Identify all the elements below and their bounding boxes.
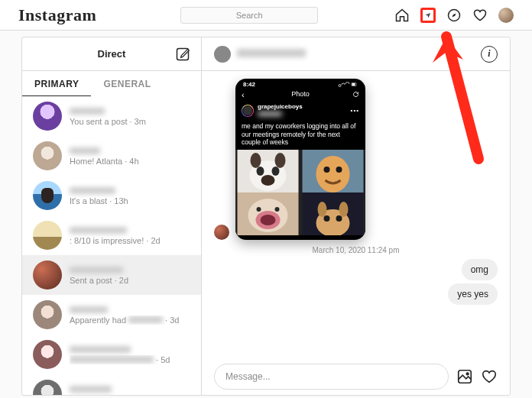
- thread-preview: : 8/10 is impressive!: [70, 236, 144, 245]
- svg-point-19: [257, 207, 261, 212]
- svg-point-10: [275, 153, 286, 168]
- thread-list: You sent a post · 3m Home! Atlanta · 4h …: [22, 96, 201, 395]
- thread-avatar: [33, 181, 62, 210]
- direct-title: Direct: [98, 48, 126, 60]
- thread-avatar: [33, 380, 62, 395]
- svg-point-8: [261, 175, 275, 186]
- message-composer: [202, 358, 510, 395]
- svg-point-6: [257, 167, 264, 176]
- svg-rect-3: [352, 83, 355, 86]
- info-icon[interactable]: i: [481, 46, 498, 63]
- thread-avatar: [33, 221, 62, 250]
- svg-point-18: [261, 215, 276, 225]
- svg-point-7: [272, 167, 280, 176]
- incoming-message: 8:42 ‹ Photo: [214, 79, 498, 240]
- thread-avatar: [33, 300, 62, 329]
- thread-item[interactable]: It's a blast · 13h: [22, 176, 201, 215]
- thread-item[interactable]: You sent a post · 3m: [22, 96, 201, 136]
- compose-icon[interactable]: [175, 47, 190, 62]
- svg-point-13: [324, 167, 330, 173]
- top-nav: Instagram: [0, 0, 532, 31]
- shared-post-card[interactable]: 8:42 ‹ Photo: [235, 79, 365, 240]
- svg-point-9: [251, 153, 261, 168]
- phone-screen-title: ‹ Photo: [235, 89, 365, 100]
- profile-avatar[interactable]: [498, 8, 514, 23]
- conversation-avatar[interactable]: [214, 46, 231, 63]
- thread-preview: You sent a post: [70, 117, 127, 126]
- svg-point-14: [336, 167, 342, 173]
- outgoing-message-row: omg: [214, 259, 498, 280]
- thread-avatar: [33, 141, 62, 170]
- message-input[interactable]: [214, 364, 449, 390]
- thread-time: 2d: [119, 276, 128, 285]
- tab-general[interactable]: GENERAL: [91, 71, 163, 96]
- conversation-header: i: [202, 37, 510, 71]
- dm-icon[interactable]: [420, 8, 436, 23]
- post-image-grid: [235, 150, 365, 240]
- post-caption: me and my coworkers logging into all of …: [235, 121, 365, 150]
- svg-point-28: [466, 373, 469, 375]
- thread-preview: Home! Atlanta: [70, 157, 122, 166]
- post-username: grapejuiceboys: [258, 103, 303, 110]
- post-subname: [258, 111, 303, 118]
- thread-pane: Direct PRIMARY GENERAL You sent a post ·…: [22, 37, 202, 395]
- heart-icon[interactable]: [472, 8, 488, 23]
- conversation-name[interactable]: [237, 48, 306, 60]
- thread-preview: It's a blast: [70, 196, 107, 205]
- svg-point-12: [316, 156, 350, 193]
- svg-point-20: [275, 207, 280, 212]
- image-icon[interactable]: [456, 368, 473, 385]
- thread-item[interactable]: : 8/10 is impressive! · 2d: [22, 215, 201, 255]
- thread-avatar: [33, 260, 62, 290]
- post-author-row: grapejuiceboys •••: [235, 100, 365, 121]
- thread-avatar: [33, 340, 62, 369]
- search-input[interactable]: [180, 7, 318, 24]
- thread-preview: Sent a post: [70, 276, 112, 285]
- like-heart-icon[interactable]: [481, 368, 498, 385]
- svg-point-23: [324, 215, 330, 222]
- status-icons: [338, 82, 358, 88]
- thread-time: 2d: [151, 236, 160, 245]
- more-dots-icon: •••: [351, 107, 359, 114]
- thread-item[interactable]: Home! Atlanta · 4h: [22, 136, 201, 176]
- status-time: 8:42: [243, 81, 255, 88]
- svg-point-24: [336, 215, 342, 222]
- nav-icon-group: [394, 8, 514, 23]
- thread-item[interactable]: Which led me here · 5d: [22, 374, 201, 395]
- compass-icon[interactable]: [446, 8, 462, 23]
- thread-tabs: PRIMARY GENERAL: [22, 71, 201, 96]
- home-icon[interactable]: [394, 8, 410, 23]
- search-wrapper: [180, 7, 318, 24]
- thread-avatar: [33, 102, 62, 131]
- thread-time: 4h: [129, 157, 138, 166]
- thread-item[interactable]: Apparently had · 3d: [22, 295, 201, 335]
- conversation-pane: i 8:42 ‹ Photo: [202, 37, 510, 395]
- direct-desk: Direct PRIMARY GENERAL You sent a post ·…: [21, 37, 511, 396]
- thread-time: 3m: [135, 117, 146, 126]
- reload-icon: [352, 91, 359, 98]
- thread-time: 5d: [161, 355, 170, 364]
- thread-item[interactable]: · 5d: [22, 335, 201, 374]
- thread-time: 13h: [114, 196, 128, 205]
- outgoing-message-row: yes yes: [214, 283, 498, 305]
- thread-preview: Apparently had: [70, 315, 126, 325]
- tab-primary[interactable]: PRIMARY: [22, 71, 91, 96]
- story-ring-avatar: [242, 105, 254, 117]
- direct-header: Direct: [22, 37, 201, 71]
- conversation-body: 8:42 ‹ Photo: [202, 71, 510, 358]
- sender-avatar[interactable]: [214, 225, 229, 240]
- outgoing-message[interactable]: omg: [462, 259, 498, 280]
- phone-status-bar: 8:42: [235, 79, 365, 89]
- message-timestamp: March 10, 2020 11:24 pm: [214, 246, 498, 254]
- svg-point-26: [339, 202, 349, 217]
- thread-time: 3d: [170, 315, 179, 325]
- brand-logo[interactable]: Instagram: [18, 5, 96, 25]
- outgoing-message[interactable]: yes yes: [448, 283, 498, 305]
- svg-point-25: [318, 202, 327, 217]
- thread-item[interactable]: Sent a post · 2d: [22, 255, 201, 295]
- back-chevron-icon: ‹: [242, 90, 245, 99]
